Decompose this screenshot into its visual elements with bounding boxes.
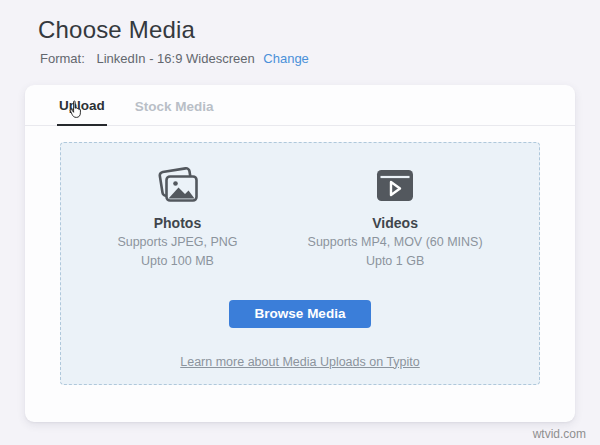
format-label: Format: xyxy=(40,51,85,66)
page-title: Choose Media xyxy=(38,16,309,44)
media-chooser-card: Upload Stock Media xyxy=(25,85,575,422)
change-format-link[interactable]: Change xyxy=(263,51,309,66)
photos-size-limit: Upto 100 MB xyxy=(117,253,237,269)
learn-more-link[interactable]: Learn more about Media Uploads on Typito xyxy=(180,355,420,369)
photos-info: Photos Supports JPEG, PNG Upto 100 MB xyxy=(117,166,237,270)
format-value: LinkedIn - 16:9 Widescreen xyxy=(96,51,254,66)
videos-info: Videos Supports MP4, MOV (60 MINS) Upto … xyxy=(308,166,483,270)
tab-stock-media-label: Stock Media xyxy=(135,99,214,114)
videos-title: Videos xyxy=(308,215,483,231)
tab-stock-media[interactable]: Stock Media xyxy=(133,99,216,125)
upload-dropzone[interactable]: Photos Supports JPEG, PNG Upto 100 MB Vi… xyxy=(60,142,540,385)
photos-stack-icon xyxy=(117,166,237,206)
photos-title: Photos xyxy=(117,215,237,231)
media-types: Photos Supports JPEG, PNG Upto 100 MB Vi… xyxy=(61,166,539,270)
learn-more-row: Learn more about Media Uploads on Typito xyxy=(61,352,539,370)
tab-upload-label: Upload xyxy=(59,98,105,113)
videos-supported-formats: Supports MP4, MOV (60 MINS) xyxy=(308,234,483,250)
photos-supported-formats: Supports JPEG, PNG xyxy=(117,234,237,250)
videos-size-limit: Upto 1 GB xyxy=(308,253,483,269)
format-row: Format: LinkedIn - 16:9 Widescreen Chang… xyxy=(40,51,309,66)
watermark: wtvid.com xyxy=(533,427,586,441)
page-header: Choose Media Format: LinkedIn - 16:9 Wid… xyxy=(38,16,309,66)
video-play-icon xyxy=(308,166,483,206)
tab-upload[interactable]: Upload xyxy=(57,98,107,126)
tab-bar: Upload Stock Media xyxy=(25,85,575,126)
browse-media-button[interactable]: Browse Media xyxy=(229,300,372,328)
